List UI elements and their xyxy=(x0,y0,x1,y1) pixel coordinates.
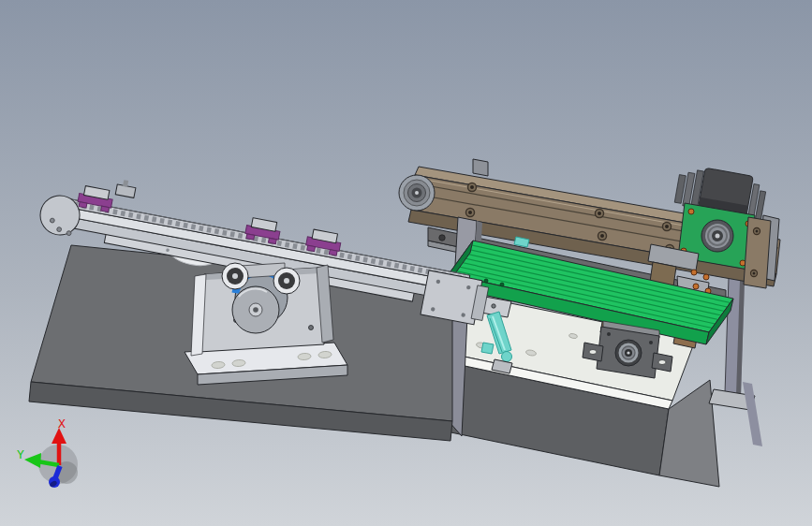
ear-slot xyxy=(658,360,666,365)
cad-viewport[interactable]: X Y xyxy=(0,0,812,526)
motor-pulley[interactable] xyxy=(701,220,733,252)
idler-roller-right[interactable] xyxy=(273,268,300,294)
ear-slot xyxy=(589,350,597,355)
idler-roller-left[interactable] xyxy=(222,263,248,289)
table-screw xyxy=(484,279,488,283)
x-axis-label: X xyxy=(58,416,66,431)
screw-nut-block[interactable] xyxy=(481,343,494,354)
beam-top-tab xyxy=(473,159,488,176)
bracket-screw xyxy=(492,304,495,308)
bearing-screw xyxy=(649,341,653,344)
bearing-screw xyxy=(607,332,611,336)
table-screw xyxy=(500,283,504,286)
cap-hole xyxy=(66,230,72,236)
stand-screw xyxy=(309,326,314,330)
screw-end-knob xyxy=(502,352,512,362)
drive-stand[interactable] xyxy=(185,263,347,385)
cap-hole xyxy=(50,218,55,224)
cap-hole xyxy=(56,226,62,232)
y-axis-label: Y xyxy=(17,447,24,461)
beam-idler-pulley[interactable] xyxy=(399,175,435,211)
